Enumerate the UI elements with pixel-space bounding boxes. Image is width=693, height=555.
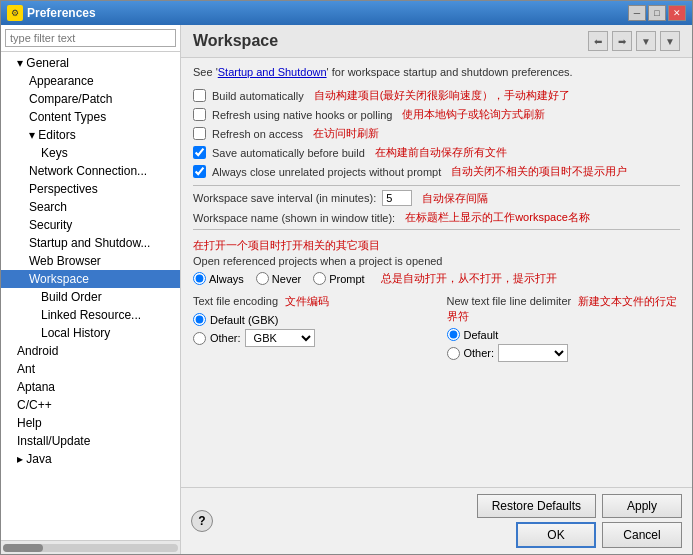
- scrollbar-track: [3, 544, 178, 552]
- radio-never: Never: [256, 272, 301, 285]
- sidebar-item-aptana[interactable]: Aptana: [1, 378, 180, 396]
- delimiter-other-label: Other:: [464, 347, 495, 359]
- filter-box: [1, 25, 180, 52]
- radio-always-label: Always: [209, 273, 244, 285]
- delimiter-default-radio[interactable]: [447, 328, 460, 341]
- arrow-down-icon[interactable]: ▼: [636, 31, 656, 51]
- scrollbar-thumb: [3, 544, 43, 552]
- encoding-other-select[interactable]: GBK UTF-8 GBK: [245, 329, 315, 347]
- save-before-build-checkbox[interactable]: [193, 146, 206, 159]
- radio-never-label: Never: [272, 273, 301, 285]
- workspace-name-row: Workspace name (shown in window title): …: [193, 210, 680, 225]
- sidebar-item-network[interactable]: Network Connection...: [1, 162, 180, 180]
- sidebar-item-general[interactable]: ▾ General: [1, 54, 180, 72]
- help-button[interactable]: ?: [191, 510, 213, 532]
- close-unrelated-chinese: 自动关闭不相关的项目时不提示用户: [451, 164, 627, 179]
- radio-always-input[interactable]: [193, 272, 206, 285]
- sidebar-item-build-order[interactable]: Build Order: [1, 288, 180, 306]
- description: See 'Startup and Shutdown' for workspace…: [193, 66, 680, 78]
- open-projects-label: Open referenced projects when a project …: [193, 255, 680, 267]
- sidebar-item-content-types[interactable]: Content Types: [1, 108, 180, 126]
- sidebar-item-cpp[interactable]: C/C++: [1, 396, 180, 414]
- sidebar-item-compare-patch[interactable]: Compare/Patch: [1, 90, 180, 108]
- preferences-window: ⚙ Preferences ─ □ ✕ ▾ General Appearance…: [0, 0, 693, 555]
- build-auto-checkbox[interactable]: [193, 89, 206, 102]
- checkbox-row-refresh-native: Refresh using native hooks or polling 使用…: [193, 107, 680, 122]
- restore-defaults-button[interactable]: Restore Defaults: [477, 494, 596, 518]
- delimiter-other-radio[interactable]: [447, 347, 460, 360]
- close-unrelated-label: Always close unrelated projects without …: [212, 166, 441, 178]
- ok-button[interactable]: OK: [516, 522, 596, 548]
- encoding-default-radio[interactable]: [193, 313, 206, 326]
- sidebar-item-web-browser[interactable]: Web Browser: [1, 252, 180, 270]
- text-encoding-group: Text file encoding 文件编码 Default (GBK) Ot…: [193, 294, 427, 362]
- delimiter-other-select[interactable]: Windows Unix: [498, 344, 568, 362]
- delimiter-other-row: Other: Windows Unix: [447, 344, 681, 362]
- line-delimiter-group: New text file line delimiter 新建文本文件的行定界符…: [447, 294, 681, 362]
- close-button[interactable]: ✕: [668, 5, 686, 21]
- radio-prompt-input[interactable]: [313, 272, 326, 285]
- build-auto-label: Build automatically: [212, 90, 304, 102]
- back-icon[interactable]: ⬅: [588, 31, 608, 51]
- encoding-default-row: Default (GBK): [193, 313, 427, 326]
- description-prefix: See ': [193, 66, 218, 78]
- radio-prompt-label: Prompt: [329, 273, 364, 285]
- sidebar-item-java[interactable]: ▸ Java: [1, 450, 180, 468]
- sidebar-item-perspectives[interactable]: Perspectives: [1, 180, 180, 198]
- footer-bottom-buttons: OK Cancel: [516, 522, 682, 548]
- refresh-native-checkbox[interactable]: [193, 108, 206, 121]
- sidebar-item-editors[interactable]: ▾ Editors: [1, 126, 180, 144]
- horizontal-scrollbar[interactable]: [1, 540, 180, 554]
- line-delimiter-chinese: 新建文本文件的行定界符: [447, 295, 678, 322]
- sidebar-item-appearance[interactable]: Appearance: [1, 72, 180, 90]
- minimize-button[interactable]: ─: [628, 5, 646, 21]
- refresh-native-label: Refresh using native hooks or polling: [212, 109, 392, 121]
- filter-input[interactable]: [5, 29, 176, 47]
- sidebar-item-security[interactable]: Security: [1, 216, 180, 234]
- checkbox-row-close-unrelated: Always close unrelated projects without …: [193, 164, 680, 179]
- sidebar-item-search[interactable]: Search: [1, 198, 180, 216]
- sidebar-item-ant[interactable]: Ant: [1, 360, 180, 378]
- maximize-button[interactable]: □: [648, 5, 666, 21]
- apply-button[interactable]: Apply: [602, 494, 682, 518]
- cancel-button[interactable]: Cancel: [602, 522, 682, 548]
- forward-icon[interactable]: ➡: [612, 31, 632, 51]
- startup-shutdown-link[interactable]: Startup and Shutdown: [218, 66, 327, 78]
- menu-icon[interactable]: ▼: [660, 31, 680, 51]
- divider-1: [193, 185, 680, 186]
- sidebar-item-android[interactable]: Android: [1, 342, 180, 360]
- app-icon: ⚙: [7, 5, 23, 21]
- build-auto-chinese: 自动构建项目(最好关闭很影响速度），手动构建好了: [314, 88, 571, 103]
- titlebar-controls: ─ □ ✕: [628, 5, 686, 21]
- radio-never-input[interactable]: [256, 272, 269, 285]
- divider-2: [193, 229, 680, 230]
- window-title: Preferences: [27, 6, 96, 20]
- description-suffix: ' for workspace startup and shutdown pre…: [327, 66, 573, 78]
- checkbox-row-build-auto: Build automatically 自动构建项目(最好关闭很影响速度），手动…: [193, 88, 680, 103]
- content-area: ▾ General Appearance Compare/Patch Conte…: [1, 25, 692, 554]
- main-header: Workspace ⬅ ➡ ▼ ▼: [181, 25, 692, 58]
- sidebar-item-keys[interactable]: Keys: [1, 144, 180, 162]
- encoding-other-radio[interactable]: [193, 332, 206, 345]
- close-unrelated-checkbox[interactable]: [193, 165, 206, 178]
- refresh-access-chinese: 在访问时刷新: [313, 126, 379, 141]
- sidebar-item-install-update[interactable]: Install/Update: [1, 432, 180, 450]
- sidebar-item-linked-resources[interactable]: Linked Resource...: [1, 306, 180, 324]
- encoding-default-label: Default (GBK): [210, 314, 278, 326]
- header-icons: ⬅ ➡ ▼ ▼: [588, 31, 680, 51]
- delimiter-default-label: Default: [464, 329, 499, 341]
- refresh-access-checkbox[interactable]: [193, 127, 206, 140]
- checkbox-row-refresh-access: Refresh on access 在访问时刷新: [193, 126, 680, 141]
- sidebar-item-startup[interactable]: Startup and Shutdow...: [1, 234, 180, 252]
- titlebar-left: ⚙ Preferences: [7, 5, 96, 21]
- save-interval-input[interactable]: [382, 190, 412, 206]
- sidebar-item-local-history[interactable]: Local History: [1, 324, 180, 342]
- sidebar-item-help[interactable]: Help: [1, 414, 180, 432]
- open-projects-radio-row: Always Never Prompt 总是自动打开，从不打开，提示打开: [193, 271, 680, 286]
- checkboxes-section: Build automatically 自动构建项目(最好关闭很影响速度），手动…: [193, 88, 680, 179]
- radio-chinese: 总是自动打开，从不打开，提示打开: [381, 271, 557, 286]
- sidebar-item-workspace[interactable]: Workspace: [1, 270, 180, 288]
- sidebar: ▾ General Appearance Compare/Patch Conte…: [1, 25, 181, 554]
- main-body: See 'Startup and Shutdown' for workspace…: [181, 58, 692, 487]
- refresh-native-chinese: 使用本地钩子或轮询方式刷新: [402, 107, 545, 122]
